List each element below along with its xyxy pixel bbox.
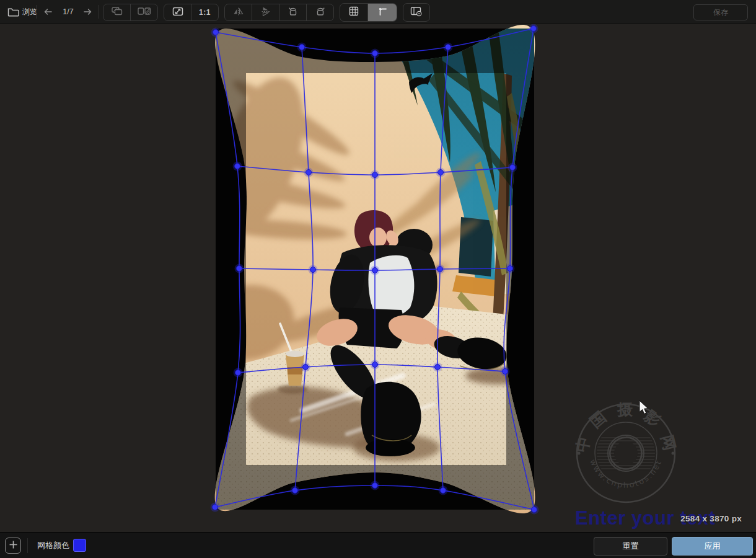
mesh-control-point[interactable] — [435, 365, 441, 370]
mesh-control-point[interactable] — [372, 51, 378, 56]
compare-split-icon — [138, 7, 151, 18]
actual-size-button[interactable]: 1:1 — [191, 4, 218, 20]
page-indicator: 1/7 — [57, 4, 79, 19]
warp-tool-icon — [377, 6, 388, 19]
mesh-control-point[interactable] — [303, 365, 309, 370]
flip-vertical-icon — [260, 7, 271, 19]
rotate-ccw-icon — [288, 6, 299, 19]
watermark-seal: 中国摄影网 www.cnphotos.net — [573, 401, 679, 502]
rotate-ccw-button[interactable] — [279, 4, 306, 20]
mesh-control-point[interactable] — [299, 45, 305, 50]
warp-tool-button[interactable] — [367, 4, 397, 21]
next-photo-button[interactable] — [81, 4, 94, 19]
grid-color-swatch[interactable] — [73, 539, 86, 552]
ratio-1-1-label: 1:1 — [199, 8, 211, 17]
grid-view-button[interactable] — [340, 4, 367, 21]
mesh-control-point[interactable] — [213, 30, 219, 35]
mesh-control-point[interactable] — [508, 266, 513, 272]
cursor-pointer — [640, 401, 648, 414]
mesh-control-point[interactable] — [235, 370, 241, 376]
prev-photo-button[interactable] — [41, 4, 55, 19]
mesh-control-point[interactable] — [503, 369, 508, 374]
size-label: 2584 x 3870 px — [680, 514, 742, 523]
mesh-control-point[interactable] — [237, 266, 242, 272]
mesh-control-point[interactable] — [292, 488, 298, 494]
mesh-control-point[interactable] — [531, 26, 537, 32]
flip-horizontal-icon — [233, 7, 244, 19]
transform-group — [224, 4, 334, 21]
flip-vertical-button[interactable] — [252, 4, 279, 20]
mesh-control-point[interactable] — [532, 507, 537, 513]
grid-warp-toggle-group — [340, 3, 397, 22]
grid-2x2-icon — [9, 540, 18, 552]
mesh-control-point[interactable] — [437, 267, 443, 272]
mesh-control-point[interactable] — [235, 164, 240, 169]
mesh-control-point[interactable] — [213, 505, 218, 510]
zoom-group: 1:1 — [164, 4, 219, 21]
browse-label: 浏览 — [22, 7, 37, 17]
rotate-cw-button[interactable] — [306, 4, 333, 20]
mesh-control-point[interactable] — [446, 45, 451, 50]
grid-color-label: 网格颜色 — [37, 533, 69, 558]
mesh-control-point[interactable] — [438, 170, 444, 175]
bottom-bar-separator — [27, 538, 28, 553]
mesh-control-point[interactable] — [310, 267, 316, 273]
browse-button[interactable]: 浏览 — [7, 4, 37, 19]
folder-icon — [7, 7, 19, 17]
canvas[interactable]: 中国摄影网 www.cnphotos.net Enter your text 2… — [0, 24, 756, 532]
toolbar: 浏览 1/7 — [0, 0, 756, 24]
toolbar-separator — [36, 5, 37, 19]
arrow-right-icon — [83, 8, 92, 16]
toolbar-separator — [98, 5, 99, 19]
mesh-control-point[interactable] — [372, 172, 378, 178]
compare-overlay-icon — [111, 6, 123, 19]
info-panel-button[interactable] — [403, 4, 429, 21]
mesh-control-point[interactable] — [372, 268, 378, 273]
grid-view-icon — [349, 6, 359, 19]
bottom-bar: 网格颜色 重置 应用 — [0, 532, 756, 558]
info-panel-icon — [410, 6, 423, 19]
compare-split-button[interactable] — [130, 4, 157, 20]
info-panel-group — [403, 3, 430, 22]
photo-editor-window: 浏览 1/7 — [0, 0, 756, 558]
mesh-control-point[interactable] — [306, 170, 312, 175]
warp-workspace: 中国摄影网 www.cnphotos.net Enter your text — [0, 24, 756, 532]
mesh-control-point[interactable] — [372, 362, 378, 368]
reset-button[interactable]: 重置 — [594, 537, 667, 556]
mesh-control-point[interactable] — [441, 488, 446, 494]
save-button[interactable]: 保存 — [693, 4, 748, 20]
apply-button[interactable]: 应用 — [672, 537, 753, 556]
fit-screen-button[interactable] — [164, 4, 191, 20]
fit-screen-icon — [172, 7, 183, 19]
grid-density-button[interactable] — [5, 538, 21, 554]
compare-overlay-button[interactable] — [103, 4, 130, 20]
compare-group — [103, 4, 158, 21]
flip-horizontal-button[interactable] — [225, 4, 252, 20]
mesh-control-point[interactable] — [510, 165, 516, 170]
rotate-cw-icon — [315, 6, 326, 19]
arrow-left-icon — [43, 8, 53, 16]
mesh-control-point[interactable] — [372, 483, 378, 489]
